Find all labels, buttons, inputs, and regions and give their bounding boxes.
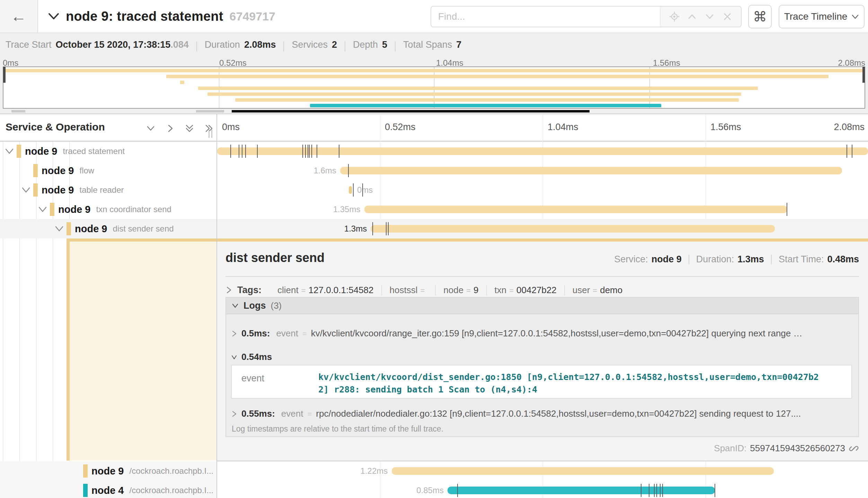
- trace-start: Trace Start October 15 2020, 17:38:15 .0…: [6, 39, 189, 50]
- trace-depth: Depth 5: [353, 39, 387, 50]
- chevron-down-icon[interactable]: [5, 147, 14, 155]
- log-entry-3[interactable]: 0.55ms: event = rpc/nodedialer/nodediale…: [231, 408, 853, 419]
- span-bar[interactable]: [349, 186, 352, 194]
- chevron-down-icon[interactable]: [38, 205, 47, 214]
- divider: [395, 41, 396, 52]
- span-bar-cell: 0.85ms: [217, 481, 868, 498]
- minimap-span-bar: [166, 75, 829, 78]
- log-tick: [308, 145, 308, 158]
- ruler-label-4: 2.08ms: [834, 122, 865, 133]
- trace-services: Services 2: [292, 39, 337, 50]
- duration-label: 0.85ms: [217, 481, 444, 498]
- column-splitter[interactable]: [216, 114, 217, 498]
- span-bar[interactable]: [364, 206, 787, 213]
- logs-section: Logs (3) 0.5ms: event = kv/kvclient/kvco…: [225, 297, 859, 437]
- keyboard-shortcuts-button[interactable]: ⌘: [748, 5, 772, 28]
- jaeger-trace-view: ← node 9: traced statement 6749717: [0, 0, 868, 498]
- scroll-thumb[interactable]: [232, 110, 589, 112]
- tags-title: Tags:: [237, 285, 262, 296]
- span-row-table-reader[interactable]: node 9 table reader 0ms: [0, 180, 868, 200]
- span-name: node 9 txn coordinator send: [58, 200, 171, 219]
- span-bar[interactable]: [217, 147, 868, 155]
- page-title: node 9: traced statement: [66, 9, 223, 24]
- service-color-chip: [17, 145, 21, 158]
- logs-header[interactable]: Logs (3): [226, 298, 858, 314]
- find-group: [431, 6, 742, 27]
- back-button[interactable]: ←: [0, 0, 38, 33]
- scroll-mark: [11, 110, 25, 112]
- chevron-down-icon[interactable]: [21, 186, 30, 194]
- divider: [771, 255, 772, 264]
- log-tick: [362, 183, 363, 197]
- find-nav-icons: [660, 7, 741, 27]
- duration-label: 0ms: [357, 180, 422, 200]
- logs-body: 0.5ms: event = kv/kvclient/kvcoord/range…: [226, 314, 858, 436]
- find-input[interactable]: [431, 7, 660, 27]
- chevron-down-icon: [851, 14, 859, 19]
- span-bar-cell: 0ms: [217, 180, 868, 200]
- span-bar[interactable]: [448, 487, 715, 494]
- span-name-cell: node 4 /cockroach.roachpb.I...: [0, 481, 216, 498]
- span-row-traced-statement[interactable]: node 9 traced statement: [0, 142, 868, 161]
- clear-find-icon[interactable]: [722, 11, 733, 22]
- trace-view-label: Trace Timeline: [784, 11, 848, 22]
- expand-one-icon[interactable]: [165, 123, 175, 134]
- duration-label: 1.35ms: [217, 200, 360, 219]
- next-match-icon[interactable]: [705, 11, 715, 22]
- divider: [196, 41, 197, 52]
- trace-view-selector[interactable]: Trace Timeline: [779, 5, 865, 28]
- chevron-right-icon: [231, 330, 237, 337]
- log-entry-2-header[interactable]: 0.54ms: [231, 352, 853, 362]
- log-tick: [242, 145, 242, 158]
- minimap-span-bar: [198, 87, 758, 90]
- tag-user: user=demo: [565, 285, 630, 296]
- log-tick: [660, 484, 661, 497]
- span-row-node4-roachpb[interactable]: node 4 /cockroach.roachpb.I... 0.85ms: [0, 481, 868, 498]
- log-tick: [654, 484, 655, 497]
- duration-label: 1.3ms: [217, 219, 367, 238]
- prev-match-icon[interactable]: [687, 11, 697, 22]
- trace-minimap[interactable]: [3, 66, 865, 109]
- log-tick: [372, 222, 373, 235]
- log-tick: [311, 145, 312, 158]
- chevron-right-icon: [231, 410, 237, 417]
- log-tick: [317, 145, 317, 158]
- trace-total-spans: Total Spans 7: [403, 39, 461, 50]
- log-tick: [245, 145, 246, 158]
- collapse-one-icon[interactable]: [145, 123, 156, 134]
- span-bar[interactable]: [371, 225, 775, 233]
- span-row-dist-sender-send-selected[interactable]: node 9 dist sender send 1.3ms: [0, 219, 868, 238]
- span-bar[interactable]: [392, 467, 774, 475]
- span-bar[interactable]: [340, 167, 842, 174]
- locate-span-icon[interactable]: [669, 11, 680, 22]
- collapse-trace-chevron-icon[interactable]: [48, 12, 60, 20]
- span-name-cell: node 9 flow: [0, 161, 216, 180]
- span-name-cell: node 9 dist sender send: [0, 219, 216, 238]
- log-entry-1[interactable]: 0.5ms: event = kv/kvclient/kvcoord/range…: [231, 328, 853, 339]
- span-row-flow[interactable]: node 9 flow 1.6ms: [0, 161, 868, 180]
- log-field-value: kv/kvclient/kvcoord/dist_sender.go:1850 …: [318, 365, 827, 398]
- span-bar-cell: [217, 142, 868, 161]
- collapse-all-icon[interactable]: [184, 123, 195, 134]
- log-tick: [847, 145, 847, 158]
- link-icon[interactable]: [849, 443, 859, 454]
- divider: [689, 255, 689, 264]
- detail-span-title: dist sender send: [225, 251, 325, 265]
- column-resizer-grip[interactable]: [209, 129, 212, 138]
- span-name-cell: node 9 traced statement: [0, 142, 216, 161]
- chevron-down-icon[interactable]: [55, 225, 64, 233]
- trace-summary-band: Trace Start October 15 2020, 17:38:15 .0…: [0, 33, 868, 114]
- tags-row[interactable]: Tags: client=127.0.0.1:54582 hostssl= no…: [225, 282, 630, 298]
- minimap-span-bar: [207, 92, 741, 96]
- ruler-label-1: 0.52ms: [385, 122, 416, 133]
- viewport-drag-handle-left[interactable]: [3, 67, 6, 83]
- log-tick: [662, 484, 663, 497]
- viewport-drag-handle-right[interactable]: [862, 67, 865, 83]
- span-row-node9-roachpb[interactable]: node 9 /cockroach.roachpb.I... 1.22ms: [0, 461, 868, 481]
- command-icon: ⌘: [753, 9, 767, 25]
- detail-indent-fill: [70, 242, 216, 461]
- span-row-txn-coordinator-send[interactable]: node 9 txn coordinator send 1.35ms: [0, 200, 868, 219]
- log-tick: [239, 145, 239, 158]
- chevron-down-icon: [231, 354, 237, 361]
- minimap-span-bar: [3, 69, 865, 72]
